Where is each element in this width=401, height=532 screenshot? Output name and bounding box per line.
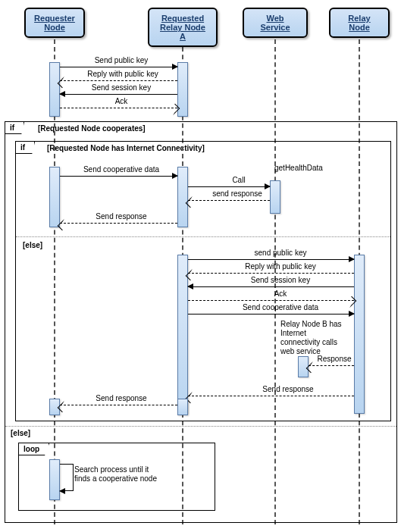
msg-label: Response [314, 355, 355, 363]
activation [177, 255, 188, 414]
arrow [188, 396, 354, 396]
arrow [188, 286, 354, 287]
msg-label: Send response [76, 394, 167, 402]
participant-web: Web Service [243, 8, 308, 38]
participant-requester: Requester Node [24, 8, 85, 38]
frame-tag: if [5, 122, 24, 134]
msg-label: Send public key [76, 56, 167, 64]
label: Relay Node [348, 14, 370, 32]
msg-label: Send session key [227, 276, 334, 284]
activation [177, 399, 188, 415]
self-arrow [60, 464, 74, 491]
msg-label: Ack [76, 97, 167, 105]
label: Requester Node [34, 14, 75, 32]
arrow [60, 80, 177, 81]
frame-inner-if: if [15, 141, 391, 421]
msg-label: Reply with public key [227, 262, 334, 271]
arrow [188, 200, 270, 201]
loop-text: Search process until it finds a cooperat… [74, 465, 165, 483]
participant-relay-b: Relay Node [329, 8, 390, 38]
participant-relay-a: Requested Relay Node A [148, 8, 218, 47]
msg-label: Send cooperative data [68, 165, 174, 174]
label: Web Service [260, 14, 290, 32]
msg-label: getHealthData [274, 164, 323, 172]
label: Requested Relay Node A [160, 14, 205, 41]
msg-label: send public key [227, 249, 334, 257]
arrow [188, 186, 270, 187]
arrow [60, 108, 177, 108]
arrow [60, 223, 177, 224]
note-text: Relay Node B has Internet connectivity c… [280, 320, 342, 355]
note: Relay Node B has Internet connectivity c… [280, 320, 356, 356]
arrow [188, 314, 354, 315]
arrow [60, 94, 177, 95]
activation [49, 62, 60, 117]
frame-tag: loop [19, 443, 49, 455]
arrow [188, 300, 354, 301]
frame-tag: if [16, 142, 35, 154]
msg-label: Ack [227, 289, 334, 298]
msg-label: Send response [76, 212, 167, 221]
activation [177, 167, 188, 227]
arrow [188, 273, 354, 274]
msg-label: Call [212, 176, 265, 184]
activation [49, 167, 60, 227]
arrow [188, 259, 354, 260]
msg-label: Send cooperative data [227, 303, 334, 311]
separator [16, 236, 390, 237]
msg-label: Send session key [76, 83, 167, 92]
msg-label: send response [203, 189, 271, 198]
msg-label: Reply with public key [70, 70, 176, 78]
arrow [309, 365, 354, 366]
separator [5, 426, 396, 427]
activation [270, 180, 280, 214]
arrow [60, 405, 177, 405]
arrow [60, 176, 177, 177]
msg-label: Send response [243, 385, 334, 393]
activation [49, 459, 60, 500]
arrow [60, 67, 177, 67]
